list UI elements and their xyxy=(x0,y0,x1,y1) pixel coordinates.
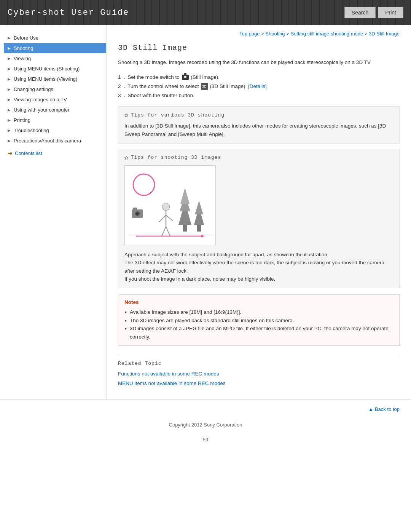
arrow-right-icon: ➜ xyxy=(8,150,13,157)
sidebar-item-before-use[interactable]: ▶ Before Use xyxy=(4,33,106,43)
intro-text: Shooting a 3D image. Images recorded usi… xyxy=(118,58,400,67)
svg-rect-16 xyxy=(183,225,187,232)
search-button[interactable]: Search xyxy=(344,7,376,18)
print-button[interactable]: Print xyxy=(378,7,403,18)
approach-text-3: If you shoot the image in a dark place, … xyxy=(124,275,393,283)
main-container: ▶ Before Use ▶ Shooting ▶ Viewing ▶ Usin… xyxy=(0,25,411,399)
page-title: 3D Still Image xyxy=(118,43,400,52)
camera-icon xyxy=(182,75,189,80)
sidebar-item-shooting[interactable]: ▶ Shooting xyxy=(4,43,106,53)
chevron-right-icon-5: ▶ xyxy=(8,87,11,91)
related-link-1[interactable]: Functions not available in some REC mode… xyxy=(118,369,400,379)
tip-icon-2: ✿ xyxy=(124,154,129,161)
header-buttons: Search Print xyxy=(344,7,403,18)
sidebar-item-troubleshooting[interactable]: ▶ Troubleshooting xyxy=(4,125,106,136)
sidebar-item-precautions[interactable]: ▶ Precautions/About this camera xyxy=(4,136,106,146)
chevron-right-icon-9: ▶ xyxy=(8,128,11,133)
step-1: 1 ．Set the mode switch to (Still Image). xyxy=(118,73,400,82)
related-topic-title: Related Topic xyxy=(118,361,400,366)
svg-point-7 xyxy=(162,203,170,211)
note-item-2: The 3D images are played back as standar… xyxy=(124,316,393,325)
chevron-right-icon-4: ▶ xyxy=(8,77,11,81)
note-item-1: Available image sizes are [18M] and [16:… xyxy=(124,308,393,316)
chevron-right-icon-2: ▶ xyxy=(8,56,11,61)
chevron-right-icon-6: ▶ xyxy=(8,97,11,102)
chevron-right-icon-active: ▶ xyxy=(8,46,11,50)
svg-line-12 xyxy=(166,227,170,236)
content-area: Top page > Shooting > Setting still imag… xyxy=(107,25,411,399)
back-to-top-arrow-icon: ▲ xyxy=(368,406,373,412)
tip2-title: ✿ Tips for shooting 3D images xyxy=(124,154,393,161)
illustration-3d-shooting xyxy=(124,165,216,245)
back-to-top-row: ▲ Back to top xyxy=(0,399,411,414)
footer: Copyright 2012 Sony Corporation xyxy=(0,418,411,435)
tip-icon-1: ✿ xyxy=(124,111,129,119)
chevron-right-icon-3: ▶ xyxy=(8,67,11,71)
page-number xyxy=(0,414,411,418)
svg-line-11 xyxy=(162,227,166,236)
sidebar-item-using-computer[interactable]: ▶ Using with your computer xyxy=(4,105,106,115)
related-topic: Related Topic Functions not available in… xyxy=(118,355,400,388)
svg-point-6 xyxy=(136,212,139,215)
svg-rect-4 xyxy=(133,208,137,210)
svg-point-0 xyxy=(133,174,155,195)
steps-list: 1 ．Set the mode switch to (Still Image).… xyxy=(118,73,400,101)
chevron-right-icon: ▶ xyxy=(8,36,11,40)
3d-icon: 3D xyxy=(201,83,208,90)
step-2: 2 ．Turn the control wheel to select 3D (… xyxy=(118,82,400,91)
sidebar-item-menu-shooting[interactable]: ▶ Using MENU items (Shooting) xyxy=(4,64,106,74)
svg-line-9 xyxy=(159,215,166,222)
approach-text-1: Approach a subject with the subject and … xyxy=(124,251,393,259)
header: Cyber-shot User Guide Search Print xyxy=(0,0,411,25)
svg-line-10 xyxy=(166,215,173,221)
notes-section: Notes Available image sizes are [18M] an… xyxy=(118,294,400,346)
details-link[interactable]: [Details] xyxy=(248,83,267,89)
tip1-title: ✿ Tips for various 3D shooting xyxy=(124,111,393,119)
sidebar-item-viewing-tv[interactable]: ▶ Viewing images on a TV xyxy=(4,94,106,105)
page-num: 59 xyxy=(0,435,411,446)
tip1-text: In addition to [3D Still Image], this ca… xyxy=(124,122,393,138)
notes-list: Available image sizes are [18M] and [16:… xyxy=(124,308,393,341)
note-item-3: 3D images consist of a JPEG file and an … xyxy=(124,324,393,341)
breadcrumb-setting[interactable]: Setting still image shooting mode xyxy=(290,31,363,37)
sidebar-item-changing-settings[interactable]: ▶ Changing settings xyxy=(4,84,106,94)
contents-list-link[interactable]: ➜ Contents list xyxy=(4,146,106,161)
breadcrumb-shooting[interactable]: Shooting xyxy=(265,31,285,37)
sidebar-item-viewing[interactable]: ▶ Viewing xyxy=(4,53,106,64)
sidebar-item-printing[interactable]: ▶ Printing xyxy=(4,115,106,125)
step-3: 3 ．Shoot with the shutter button. xyxy=(118,91,400,100)
tip-various-3d: ✿ Tips for various 3D shooting In additi… xyxy=(118,106,400,143)
approach-text-2: The 3D effect may not work effectively w… xyxy=(124,259,393,275)
svg-marker-15 xyxy=(180,188,190,204)
breadcrumb: Top page > Shooting > Setting still imag… xyxy=(118,31,400,37)
chevron-right-icon-7: ▶ xyxy=(8,108,11,112)
sidebar-item-menu-viewing[interactable]: ▶ Using MENU items (Viewing) xyxy=(4,74,106,84)
app-title: Cyber-shot User Guide xyxy=(8,8,129,18)
breadcrumb-current: 3D Still Image xyxy=(369,31,400,37)
chevron-right-icon-10: ▶ xyxy=(8,139,11,143)
related-link-2[interactable]: MENU items not available in some REC mod… xyxy=(118,379,400,388)
notes-title: Notes xyxy=(124,299,393,305)
svg-marker-18 xyxy=(195,201,203,214)
chevron-right-icon-8: ▶ xyxy=(8,118,11,122)
svg-rect-19 xyxy=(197,225,201,232)
breadcrumb-top[interactable]: Top page xyxy=(239,31,260,37)
back-to-top-link[interactable]: ▲ Back to top xyxy=(368,406,400,412)
sidebar: ▶ Before Use ▶ Shooting ▶ Viewing ▶ Usin… xyxy=(0,25,107,399)
tip-shooting-3d: ✿ Tips for shooting 3D images xyxy=(118,149,400,288)
